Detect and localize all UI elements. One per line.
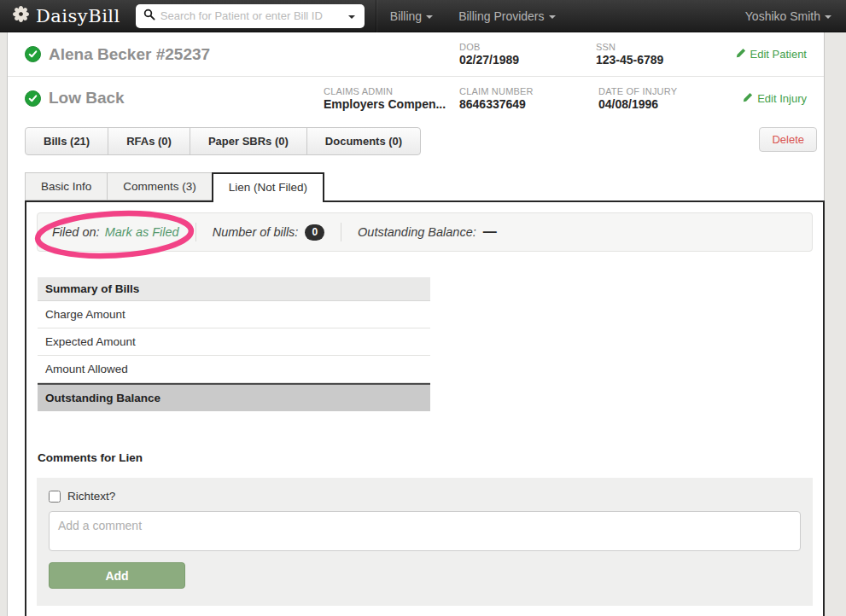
documents-button[interactable]: Documents (0)	[306, 127, 421, 155]
patient-ssn-field: SSN 123-45-6789	[596, 42, 736, 67]
mark-as-filed-link[interactable]: Mark as Filed	[105, 225, 179, 239]
lien-panel: Filed on: Mark as Filed Number of bills:…	[25, 200, 825, 616]
resource-button-group: Bills (21) RFAs (0) Paper SBRs (0) Docum…	[25, 127, 421, 155]
comments-for-lien-title: Comments for Lien	[38, 451, 813, 464]
page-container: Alena Becker #25237 DOB 02/27/1989 SSN 1…	[7, 32, 825, 616]
injury-name: Low Back	[25, 89, 324, 108]
status-separator	[341, 223, 341, 241]
daisy-flower-icon	[12, 5, 30, 27]
table-row: Expected Amount	[38, 328, 430, 356]
resource-button-row: Bills (21) RFAs (0) Paper SBRs (0) Docum…	[8, 119, 824, 159]
search-input[interactable]	[160, 9, 337, 22]
patient-name-label: Alena Becker #25237	[49, 45, 210, 64]
pencil-icon	[736, 48, 746, 61]
injury-name-label: Low Back	[49, 89, 125, 108]
patient-dob-field: DOB 02/27/1989	[459, 42, 596, 67]
tab-lien[interactable]: Lien (Not Filed)	[212, 172, 324, 202]
table-header: Summary of Bills	[38, 277, 430, 301]
caret-down-icon	[825, 15, 831, 19]
outstanding-balance-value: —	[483, 224, 497, 240]
patient-name: Alena Becker #25237	[25, 45, 459, 64]
summary-of-bills-table: Summary of Bills Charge Amount Expected …	[38, 277, 430, 411]
caret-down-icon	[348, 15, 355, 19]
detail-tabs: Basic Info Comments (3) Lien (Not Filed)	[25, 172, 824, 200]
number-of-bills-label: Number of bills:	[213, 225, 299, 239]
nav-user-menu[interactable]: Yoshiko Smith	[732, 9, 846, 23]
comment-input[interactable]	[49, 511, 801, 551]
richtext-label: Richtext?	[67, 490, 115, 503]
tab-comments[interactable]: Comments (3)	[107, 172, 213, 200]
magnifier-icon	[143, 9, 155, 23]
patient-header: Alena Becker #25237 DOB 02/27/1989 SSN 1…	[8, 32, 824, 77]
global-search	[136, 4, 365, 28]
tab-basic-info[interactable]: Basic Info	[25, 172, 108, 200]
delete-button[interactable]: Delete	[759, 127, 817, 152]
brand-name: DaisyBill	[36, 6, 120, 26]
rfas-button[interactable]: RFAs (0)	[108, 127, 190, 155]
bills-count-badge: 0	[305, 224, 324, 241]
richtext-checkbox[interactable]	[49, 491, 61, 503]
richtext-toggle[interactable]: Richtext?	[49, 490, 801, 503]
nav-menu-billing[interactable]: Billing	[377, 9, 446, 23]
outstanding-balance-label: Outstanding Balance:	[358, 225, 476, 239]
paper-sbrs-button[interactable]: Paper SBRs (0)	[190, 127, 307, 155]
nav-menu-billing-providers[interactable]: Billing Providers	[446, 9, 568, 23]
date-of-injury-field: DATE OF INJURY 04/08/1996	[598, 86, 743, 111]
claims-admin-field: CLAIMS ADMIN Employers Compen...	[324, 86, 459, 111]
top-navbar: DaisyBill Billing Billing Providers Yosh…	[0, 0, 846, 32]
green-check-circle-icon	[25, 46, 41, 62]
table-row: Amount Allowed	[38, 356, 430, 383]
caret-down-icon	[426, 15, 433, 19]
filed-on-label: Filed on:	[52, 225, 100, 239]
comment-form: Richtext? Add	[37, 478, 813, 606]
status-separator	[195, 223, 196, 241]
claim-number-field: CLAIM NUMBER 8646337649	[459, 86, 598, 111]
bills-button[interactable]: Bills (21)	[25, 127, 108, 155]
green-check-circle-icon	[25, 90, 41, 107]
caret-down-icon	[549, 15, 556, 19]
search-scope-dropdown[interactable]	[342, 6, 357, 26]
injury-header: Low Back CLAIMS ADMIN Employers Compen..…	[8, 77, 824, 119]
pencil-icon	[743, 92, 753, 105]
edit-injury-button[interactable]: Edit Injury	[743, 92, 812, 105]
add-comment-button[interactable]: Add	[49, 562, 185, 589]
table-footer-row: Outstanding Balance	[38, 383, 430, 411]
table-row: Charge Amount	[38, 301, 430, 328]
lien-status-bar: Filed on: Mark as Filed Number of bills:…	[37, 212, 813, 252]
edit-patient-button[interactable]: Edit Patient	[736, 48, 813, 61]
brand-logo[interactable]: DaisyBill	[0, 5, 129, 27]
